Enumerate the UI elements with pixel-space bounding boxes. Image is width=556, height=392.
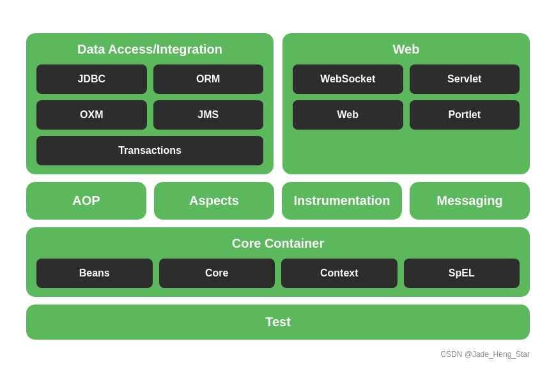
- web-grid: WebSocket Servlet Web Portlet: [293, 64, 520, 130]
- orm-item: ORM: [153, 64, 264, 94]
- data-access-box: Data Access/Integration JDBC ORM OXM JMS…: [26, 33, 274, 174]
- aspects-box: Aspects: [154, 182, 274, 220]
- jdbc-item: JDBC: [36, 64, 147, 94]
- middle-row: AOP Aspects Instrumentation Messaging: [26, 182, 530, 220]
- messaging-label: Messaging: [436, 193, 502, 208]
- context-item: Context: [281, 259, 398, 288]
- aop-label: AOP: [72, 193, 100, 208]
- transactions-item: Transactions: [36, 136, 263, 165]
- diagram-wrapper: Data Access/Integration JDBC ORM OXM JMS…: [16, 23, 540, 369]
- jms-item: JMS: [153, 100, 264, 130]
- test-box: Test: [26, 305, 530, 340]
- messaging-box: Messaging: [410, 182, 530, 220]
- watermark: CSDN @Jade_Heng_Star: [26, 350, 530, 359]
- oxm-item: OXM: [36, 100, 147, 130]
- aop-box: AOP: [26, 182, 146, 220]
- core-container-title: Core Container: [36, 236, 520, 251]
- test-title: Test: [36, 315, 520, 329]
- websocket-item: WebSocket: [293, 64, 403, 94]
- core-container-box: Core Container Beans Core Context SpEL: [26, 227, 530, 297]
- spel-item: SpEL: [404, 259, 520, 288]
- core-item: Core: [159, 259, 275, 288]
- instrumentation-box: Instrumentation: [282, 182, 402, 220]
- servlet-item: Servlet: [410, 64, 520, 94]
- top-row: Data Access/Integration JDBC ORM OXM JMS…: [26, 33, 530, 174]
- core-items-row: Beans Core Context SpEL: [36, 259, 520, 288]
- aspects-label: Aspects: [189, 193, 239, 208]
- web-title: Web: [293, 42, 520, 57]
- data-access-title: Data Access/Integration: [36, 42, 263, 57]
- portlet-item: Portlet: [410, 100, 520, 130]
- data-access-grid: JDBC ORM OXM JMS Transactions: [36, 64, 263, 165]
- web-item: Web: [293, 100, 403, 130]
- beans-item: Beans: [36, 259, 153, 288]
- web-box: Web WebSocket Servlet Web Portlet: [282, 33, 530, 174]
- instrumentation-label: Instrumentation: [293, 193, 390, 208]
